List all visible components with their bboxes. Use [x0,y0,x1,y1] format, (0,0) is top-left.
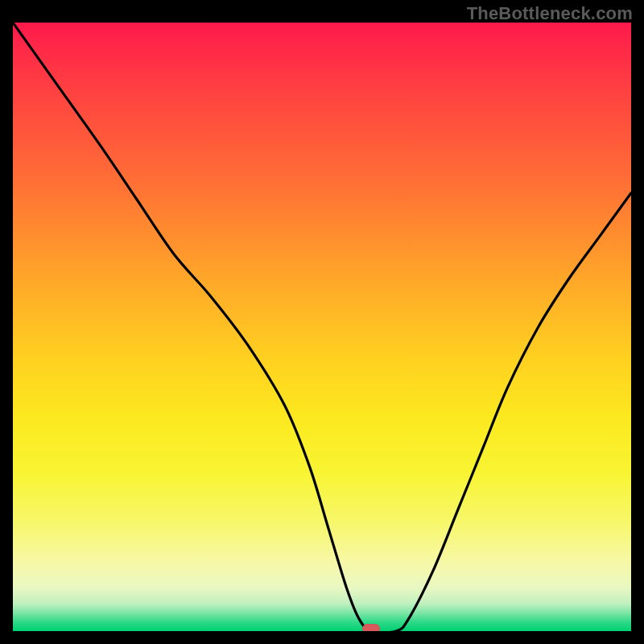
chart-frame: TheBottleneck.com [0,0,644,644]
optimal-point-marker [362,624,380,631]
bottleneck-curve [13,23,631,631]
curve-svg [13,23,631,631]
watermark-text: TheBottleneck.com [467,3,633,24]
plot-area [13,23,631,631]
